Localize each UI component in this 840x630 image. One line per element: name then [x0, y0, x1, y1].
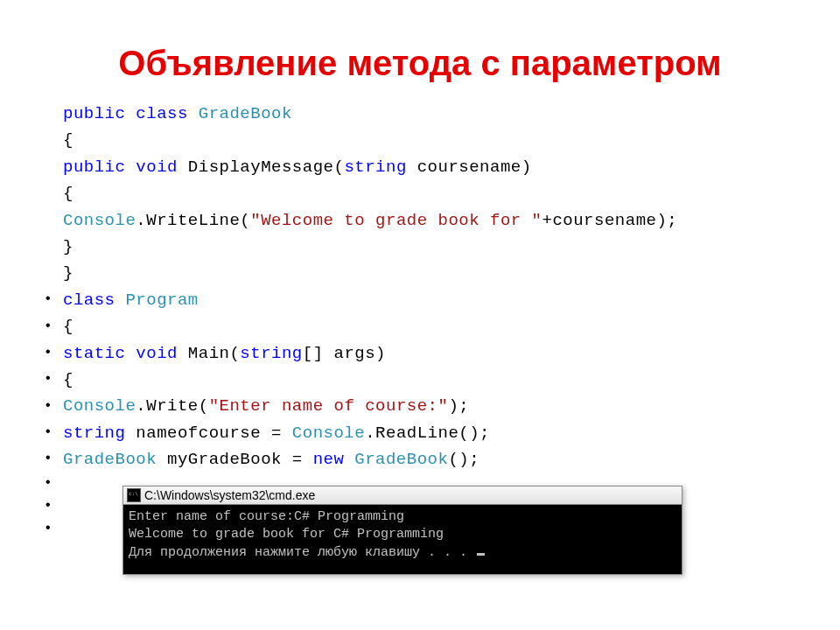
- list-item: • Console.Write("Enter name of course:")…: [44, 393, 805, 419]
- list-item: • GradeBook myGradeBook = new GradeBook(…: [44, 446, 805, 472]
- list-item: • static void Main(string[] args): [44, 340, 805, 367]
- list-item: • {: [44, 313, 805, 340]
- console-title: C:\Windows\system32\cmd.exe: [144, 488, 315, 502]
- console-body: Enter name of course:C# Programming Welc…: [122, 504, 682, 575]
- cursor-icon: [477, 553, 485, 556]
- list-item: • string nameofcourse = Console.ReadLine…: [44, 420, 805, 446]
- list-item: •class Program: [44, 287, 805, 313]
- console-titlebar: C:\Windows\system32\cmd.exe: [122, 486, 682, 504]
- slide-title: Объявление метода с параметром: [35, 44, 805, 83]
- console-window: C:\Windows\system32\cmd.exe Enter name o…: [122, 486, 682, 575]
- list-item: • {: [44, 367, 805, 393]
- code-block: public class GradeBook { public void Dis…: [44, 101, 805, 540]
- cmd-icon: [127, 488, 141, 502]
